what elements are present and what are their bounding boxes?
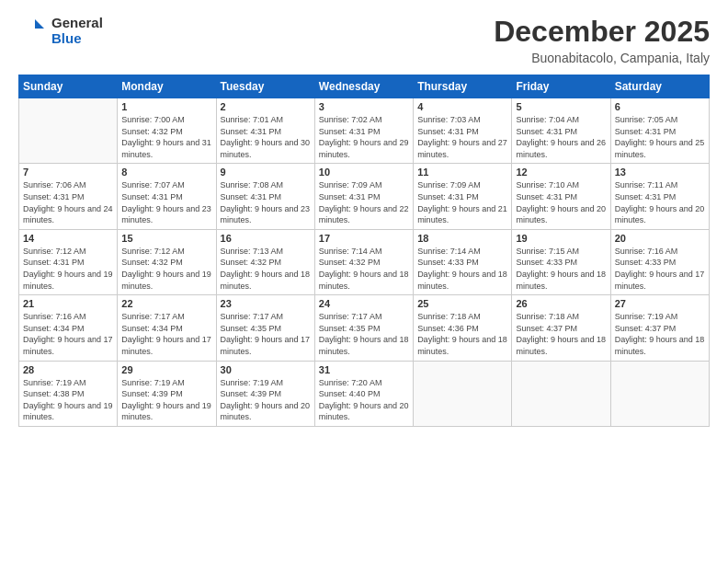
daylight-label: Daylight: 9 hours and 17 minutes.	[121, 335, 211, 356]
sunset-label: Sunset: 4:31 PM	[221, 192, 282, 201]
calendar-cell: 21Sunrise: 7:16 AMSunset: 4:34 PMDayligh…	[19, 295, 118, 361]
sunrise-label: Sunrise: 7:08 AM	[221, 180, 284, 190]
day-number: 30	[221, 364, 311, 375]
calendar-cell: 8Sunrise: 7:07 AMSunset: 4:31 PMDaylight…	[118, 164, 216, 229]
day-number: 6	[615, 101, 705, 112]
sunrise-label: Sunrise: 7:00 AM	[121, 115, 185, 124]
sunset-label: Sunset: 4:33 PM	[615, 258, 677, 267]
sunset-label: Sunset: 4:32 PM	[319, 258, 381, 267]
sunset-label: Sunset: 4:35 PM	[221, 324, 282, 333]
day-info: Sunrise: 7:16 AMSunset: 4:34 PMDaylight:…	[23, 311, 113, 357]
day-info: Sunrise: 7:01 AMSunset: 4:31 PMDaylight:…	[221, 114, 311, 160]
day-info: Sunrise: 7:14 AMSunset: 4:32 PMDaylight:…	[319, 246, 409, 292]
daylight-label: Daylight: 9 hours and 20 minutes.	[516, 204, 606, 225]
weekday-header: Thursday	[414, 75, 512, 98]
calendar-cell: 17Sunrise: 7:14 AMSunset: 4:32 PMDayligh…	[314, 229, 413, 294]
day-number: 22	[121, 298, 211, 309]
calendar-cell: 12Sunrise: 7:10 AMSunset: 4:31 PMDayligh…	[512, 164, 610, 229]
daylight-label: Daylight: 9 hours and 17 minutes.	[615, 270, 705, 291]
day-number: 3	[319, 101, 409, 112]
day-info: Sunrise: 7:10 AMSunset: 4:31 PMDaylight:…	[516, 179, 606, 225]
daylight-label: Daylight: 9 hours and 18 minutes.	[417, 335, 507, 356]
sunset-label: Sunset: 4:31 PM	[516, 127, 577, 136]
daylight-label: Daylight: 9 hours and 23 minutes.	[221, 204, 311, 225]
sunrise-label: Sunrise: 7:14 AM	[417, 247, 481, 256]
day-number: 19	[516, 233, 606, 244]
calendar-cell: 1Sunrise: 7:00 AMSunset: 4:32 PMDaylight…	[118, 98, 216, 164]
day-number: 1	[121, 101, 211, 112]
day-info: Sunrise: 7:09 AMSunset: 4:31 PMDaylight:…	[417, 179, 507, 225]
sunrise-label: Sunrise: 7:19 AM	[121, 378, 185, 387]
sunrise-label: Sunrise: 7:17 AM	[319, 312, 382, 321]
calendar-cell: 6Sunrise: 7:05 AMSunset: 4:31 PMDaylight…	[610, 98, 709, 164]
day-number: 13	[615, 167, 705, 178]
calendar-cell: 5Sunrise: 7:04 AMSunset: 4:31 PMDaylight…	[512, 98, 610, 164]
sunrise-label: Sunrise: 7:06 AM	[23, 180, 86, 190]
calendar-cell: 9Sunrise: 7:08 AMSunset: 4:31 PMDaylight…	[216, 164, 314, 229]
daylight-label: Daylight: 9 hours and 21 minutes.	[417, 204, 507, 225]
calendar-cell	[512, 361, 610, 426]
day-info: Sunrise: 7:06 AMSunset: 4:31 PMDaylight:…	[23, 179, 113, 225]
day-info: Sunrise: 7:20 AMSunset: 4:40 PMDaylight:…	[319, 377, 409, 423]
sunrise-label: Sunrise: 7:02 AM	[319, 115, 382, 124]
sunrise-label: Sunrise: 7:09 AM	[319, 180, 382, 190]
day-info: Sunrise: 7:13 AMSunset: 4:32 PMDaylight:…	[221, 246, 311, 292]
logo-general: General	[51, 15, 103, 30]
calendar-cell: 14Sunrise: 7:12 AMSunset: 4:31 PMDayligh…	[19, 229, 118, 294]
day-info: Sunrise: 7:05 AMSunset: 4:31 PMDaylight:…	[615, 114, 705, 160]
daylight-label: Daylight: 9 hours and 19 minutes.	[23, 270, 113, 291]
sunrise-label: Sunrise: 7:09 AM	[417, 180, 481, 190]
logo: GeneralBlue	[18, 15, 103, 47]
svg-marker-0	[35, 19, 44, 29]
daylight-label: Daylight: 9 hours and 30 minutes.	[221, 138, 311, 159]
calendar-cell: 13Sunrise: 7:11 AMSunset: 4:31 PMDayligh…	[610, 164, 709, 229]
weekday-header: Saturday	[610, 75, 709, 98]
calendar-cell: 11Sunrise: 7:09 AMSunset: 4:31 PMDayligh…	[414, 164, 512, 229]
calendar-cell: 3Sunrise: 7:02 AMSunset: 4:31 PMDaylight…	[314, 98, 413, 164]
calendar-cell: 16Sunrise: 7:13 AMSunset: 4:32 PMDayligh…	[216, 229, 314, 294]
sunrise-label: Sunrise: 7:12 AM	[23, 247, 86, 256]
calendar-cell	[19, 98, 118, 164]
calendar-table: SundayMondayTuesdayWednesdayThursdayFrid…	[18, 75, 710, 427]
calendar-cell: 10Sunrise: 7:09 AMSunset: 4:31 PMDayligh…	[314, 164, 413, 229]
daylight-label: Daylight: 9 hours and 18 minutes.	[516, 270, 606, 291]
daylight-label: Daylight: 9 hours and 19 minutes.	[121, 270, 211, 291]
calendar-cell: 15Sunrise: 7:12 AMSunset: 4:32 PMDayligh…	[118, 229, 216, 294]
sunset-label: Sunset: 4:39 PM	[121, 389, 183, 398]
sunrise-label: Sunrise: 7:19 AM	[221, 378, 284, 387]
calendar-cell: 2Sunrise: 7:01 AMSunset: 4:31 PMDaylight…	[216, 98, 314, 164]
daylight-label: Daylight: 9 hours and 18 minutes.	[417, 270, 507, 291]
calendar-cell: 7Sunrise: 7:06 AMSunset: 4:31 PMDaylight…	[19, 164, 118, 229]
calendar-cell: 22Sunrise: 7:17 AMSunset: 4:34 PMDayligh…	[118, 295, 216, 361]
weekday-header: Sunday	[19, 75, 118, 98]
daylight-label: Daylight: 9 hours and 18 minutes.	[516, 335, 606, 356]
sunset-label: Sunset: 4:40 PM	[319, 389, 381, 398]
daylight-label: Daylight: 9 hours and 20 minutes.	[319, 401, 409, 422]
day-number: 5	[516, 101, 606, 112]
sunrise-label: Sunrise: 7:05 AM	[615, 115, 678, 124]
day-number: 10	[319, 167, 409, 178]
sunset-label: Sunset: 4:36 PM	[417, 324, 479, 333]
sunset-label: Sunset: 4:34 PM	[121, 324, 183, 333]
day-info: Sunrise: 7:18 AMSunset: 4:37 PMDaylight:…	[516, 311, 606, 357]
daylight-label: Daylight: 9 hours and 24 minutes.	[23, 204, 113, 225]
day-info: Sunrise: 7:17 AMSunset: 4:35 PMDaylight:…	[221, 311, 311, 357]
day-info: Sunrise: 7:02 AMSunset: 4:31 PMDaylight:…	[319, 114, 409, 160]
day-info: Sunrise: 7:12 AMSunset: 4:32 PMDaylight:…	[121, 246, 211, 292]
day-number: 11	[417, 167, 507, 178]
daylight-label: Daylight: 9 hours and 27 minutes.	[417, 138, 507, 159]
calendar-cell	[414, 361, 512, 426]
sunset-label: Sunset: 4:32 PM	[121, 127, 183, 136]
daylight-label: Daylight: 9 hours and 19 minutes.	[23, 401, 113, 422]
calendar-cell: 18Sunrise: 7:14 AMSunset: 4:33 PMDayligh…	[414, 229, 512, 294]
title-block: December 2025 Buonabitacolo, Campania, I…	[494, 15, 710, 65]
sunrise-label: Sunrise: 7:19 AM	[615, 312, 678, 321]
daylight-label: Daylight: 9 hours and 22 minutes.	[319, 204, 409, 225]
sunset-label: Sunset: 4:38 PM	[23, 389, 85, 398]
daylight-label: Daylight: 9 hours and 18 minutes.	[319, 270, 409, 291]
weekday-header: Wednesday	[314, 75, 413, 98]
sunrise-label: Sunrise: 7:11 AM	[615, 180, 678, 190]
day-number: 29	[121, 364, 211, 375]
sunset-label: Sunset: 4:31 PM	[417, 127, 479, 136]
sunrise-label: Sunrise: 7:13 AM	[221, 247, 284, 256]
